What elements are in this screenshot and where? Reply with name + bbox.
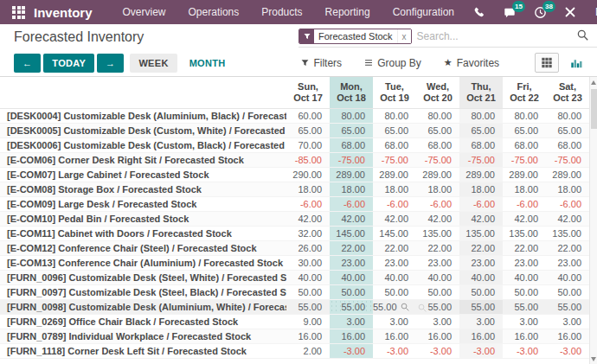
grid-cell[interactable]: -75.00	[503, 152, 546, 167]
apps-menu-icon[interactable]	[12, 6, 25, 19]
grid-cell[interactable]: 40.00	[503, 270, 546, 284]
grid-cell[interactable]: 50.00	[459, 284, 503, 299]
grid-cell[interactable]: 65.00	[286, 123, 330, 137]
grid-cell[interactable]: 18.00	[330, 182, 373, 196]
grid-cell[interactable]: 50.00	[286, 284, 330, 299]
grid-cell[interactable]: 42.00	[459, 211, 503, 226]
grid-cell[interactable]: 3.00	[546, 314, 589, 329]
grid-cell[interactable]: -6.00	[286, 196, 330, 211]
grid-cell[interactable]: -6.00	[373, 196, 416, 211]
grid-cell[interactable]: 290.00	[286, 167, 330, 182]
grid-cell[interactable]: 40.00	[459, 270, 503, 284]
grid-cell[interactable]: 18.00	[416, 182, 459, 196]
grid-cell[interactable]: 42.00	[286, 211, 330, 226]
grid-cell[interactable]: 65.00	[503, 123, 546, 137]
grid-cell[interactable]: -3.00	[503, 343, 546, 358]
grid-cell[interactable]: 289.00	[416, 167, 459, 182]
grid-cell[interactable]: 68.00	[416, 137, 459, 152]
grid-cell[interactable]: -3.00	[459, 343, 503, 358]
grid-view-button[interactable]	[535, 53, 559, 73]
grid-cell[interactable]: 55.00	[416, 299, 459, 314]
grid-cell[interactable]: 3.00	[459, 314, 503, 329]
grid-cell[interactable]: 40.00	[416, 270, 459, 284]
facet-remove-icon[interactable]: x	[397, 29, 411, 43]
grid-cell[interactable]: 135.00	[416, 226, 459, 240]
grid-cell[interactable]: 55.00	[286, 299, 330, 314]
grid-cell[interactable]: 65.00	[416, 123, 459, 137]
grid-cell[interactable]: 65.00	[330, 123, 373, 137]
grid-cell[interactable]: -75.00	[459, 152, 503, 167]
grid-cell[interactable]: 18.00	[546, 182, 589, 196]
search-input[interactable]: Search...	[417, 30, 577, 42]
grid-cell[interactable]: 145.00	[373, 226, 416, 240]
grid-cell[interactable]: 289.00	[330, 167, 373, 182]
grid-cell[interactable]: 16.00	[503, 329, 546, 343]
prev-button[interactable]: ←	[14, 54, 41, 73]
grid-cell[interactable]: 80.00	[503, 108, 546, 123]
grid-cell[interactable]: 16.00	[373, 329, 416, 343]
grid-cell[interactable]: 135.00	[459, 226, 503, 240]
grid-cell[interactable]: 55.00	[503, 299, 546, 314]
grid-cell[interactable]: 80.00	[416, 108, 459, 123]
messages-icon[interactable]: 15	[496, 0, 523, 24]
scroll-up-arrow-icon[interactable]	[591, 80, 596, 85]
grid-cell[interactable]: 289.00	[373, 167, 416, 182]
grid-cell[interactable]: 68.00	[503, 137, 546, 152]
grid-cell[interactable]: -85.00	[286, 152, 330, 167]
grid-cell[interactable]: -6.00	[459, 196, 503, 211]
grid-cell[interactable]: 40.00	[330, 270, 373, 284]
menu-overview[interactable]: Overview	[112, 0, 177, 24]
grid-cell[interactable]: -3.00	[330, 343, 373, 358]
company-switcher[interactable]: Demo	[587, 6, 597, 18]
grid-cell[interactable]: 22.00	[459, 240, 503, 255]
grid-cell[interactable]: 3.00	[503, 314, 546, 329]
grid-cell[interactable]: -75.00	[330, 152, 373, 167]
grid-cell[interactable]: 68.00	[330, 137, 373, 152]
grid-cell[interactable]: -6.00	[416, 196, 459, 211]
grid-cell[interactable]: 23.00	[459, 255, 503, 270]
grid-cell[interactable]: 289.00	[459, 167, 503, 182]
week-button[interactable]: WEEK	[130, 54, 177, 73]
grid-cell[interactable]: 60.00	[286, 108, 330, 123]
grid-cell[interactable]: 289.00	[546, 167, 589, 182]
grid-cell[interactable]: 3.00	[330, 314, 373, 329]
grid-cell[interactable]: 3.00	[373, 314, 416, 329]
grid-cell[interactable]: 30.00	[286, 255, 330, 270]
grid-cell[interactable]: 16.00	[330, 329, 373, 343]
month-button[interactable]: MONTH	[181, 54, 234, 73]
grid-cell[interactable]: 23.00	[416, 255, 459, 270]
grid-cell[interactable]: 23.00	[373, 255, 416, 270]
grid-cell[interactable]: -75.00	[416, 152, 459, 167]
scrollbar-thumb[interactable]	[591, 89, 597, 129]
menu-configuration[interactable]: Configuration	[382, 0, 465, 24]
grid-cell[interactable]: 289.00	[503, 167, 546, 182]
grid-cell[interactable]: 16.00	[459, 329, 503, 343]
grid-cell[interactable]: -3.00	[416, 343, 459, 358]
grid-cell[interactable]: -3.00	[546, 343, 589, 358]
grid-cell[interactable]: 16.00	[546, 329, 589, 343]
group-by-menu[interactable]: Group By	[364, 57, 421, 69]
grid-cell[interactable]: 16.00	[416, 329, 459, 343]
grid-cell[interactable]: 42.00	[416, 211, 459, 226]
grid-cell[interactable]: 145.00	[330, 226, 373, 240]
menu-operations[interactable]: Operations	[177, 0, 251, 24]
grid-cell[interactable]: 68.00	[373, 137, 416, 152]
grid-cell[interactable]: 26.00	[286, 240, 330, 255]
grid-cell[interactable]: 80.00	[373, 108, 416, 123]
grid-cell[interactable]: 65.00	[546, 123, 589, 137]
grid-cell[interactable]: 22.00	[373, 240, 416, 255]
grid-cell[interactable]: 80.00	[459, 108, 503, 123]
phone-icon[interactable]	[465, 0, 492, 24]
grid-cell[interactable]: -6.00	[503, 196, 546, 211]
grid-cell[interactable]: 22.00	[330, 240, 373, 255]
grid-cell[interactable]: 50.00	[546, 284, 589, 299]
menu-reporting[interactable]: Reporting	[314, 0, 382, 24]
grid-cell[interactable]: 23.00	[546, 255, 589, 270]
grid-cell[interactable]: 16.00	[286, 329, 330, 343]
app-title[interactable]: Inventory	[34, 5, 93, 20]
grid-cell[interactable]: 40.00	[286, 270, 330, 284]
grid-cell[interactable]: 18.00	[373, 182, 416, 196]
grid-cell[interactable]: 55.00	[330, 299, 373, 314]
scroll-down-arrow-icon[interactable]	[591, 357, 596, 361]
today-button[interactable]: TODAY	[43, 54, 94, 73]
